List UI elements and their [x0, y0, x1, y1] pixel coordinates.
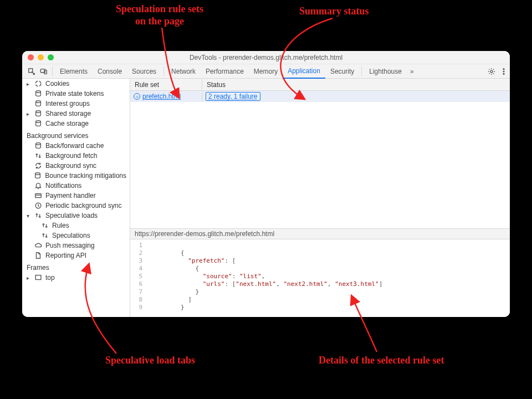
updown-icon: [34, 212, 42, 219]
database-icon: [34, 90, 42, 98]
sidebar-item-push[interactable]: Push messaging: [22, 241, 130, 250]
card-icon: [34, 192, 42, 200]
sidebar-item-bg-sync[interactable]: Background sync: [22, 161, 130, 171]
chevron-down-icon: ▾: [27, 213, 31, 219]
chevron-right-icon: ▸: [27, 81, 31, 87]
table-row[interactable]: ⌾ prefetch.html 2 ready, 1 failure: [130, 91, 510, 102]
tab-performance[interactable]: Performance: [201, 64, 249, 78]
sidebar-item-label: Payment handler: [45, 192, 96, 200]
svg-rect-14: [35, 194, 42, 198]
sidebar-item-label: Background fetch: [45, 152, 97, 160]
titlebar: DevTools - prerender-demos.glitch.me/pre…: [22, 51, 510, 64]
svg-point-4: [503, 68, 504, 69]
separator: [52, 66, 53, 76]
gear-icon[interactable]: [485, 64, 498, 78]
sidebar-item-label: Back/forward cache: [45, 142, 104, 150]
anno-top-left: Speculation rule setson the page: [88, 3, 232, 27]
sidebar-item-cache-storage[interactable]: Cache storage: [22, 119, 130, 129]
sidebar-item-label: Shared storage: [45, 110, 91, 117]
tab-console[interactable]: Console: [93, 64, 127, 78]
tab-elements[interactable]: Elements: [55, 64, 93, 78]
sidebar-item-private-state[interactable]: Private state tokens: [22, 89, 130, 99]
cookie-icon: [34, 80, 42, 88]
sidebar-item-shared-storage[interactable]: ▸ Shared storage: [22, 109, 130, 119]
svg-rect-2: [44, 70, 47, 74]
window-title: DevTools - prerender-demos.glitch.me/pre…: [22, 54, 510, 62]
sidebar-item-label: Cache storage: [45, 120, 89, 127]
tab-memory[interactable]: Memory: [249, 64, 283, 78]
cloud-icon: [34, 242, 42, 249]
sidebar-item-label: Speculative loads: [45, 212, 98, 219]
clock-icon: [34, 202, 42, 209]
code-source[interactable]: { "prefetch": [ { "source": "list", "url…: [146, 239, 510, 317]
chevron-right-icon: ▸: [27, 275, 31, 281]
sidebar: ▸ Cookies Private state tokens Interest …: [22, 79, 130, 317]
sidebar-item-label: Cookies: [45, 80, 69, 88]
ruleset-link[interactable]: prefetch.html: [142, 93, 181, 100]
ruleset-cell[interactable]: ⌾ prefetch.html: [130, 93, 202, 100]
updown-icon: [34, 152, 42, 160]
sidebar-item-reporting[interactable]: Reporting API: [22, 250, 130, 260]
svg-rect-16: [35, 275, 41, 280]
svg-point-13: [35, 173, 40, 175]
tabs-overflow[interactable]: »: [407, 64, 417, 78]
kebab-icon[interactable]: [498, 64, 510, 78]
rules-table-body: ⌾ prefetch.html 2 ready, 1 failure: [130, 91, 510, 102]
sidebar-item-label: Notifications: [45, 182, 81, 190]
sidebar-item-cookies[interactable]: ▸ Cookies: [22, 79, 130, 89]
bell-icon: [34, 182, 42, 190]
sidebar-item-label: Speculations: [52, 232, 90, 239]
sidebar-item-bg-fetch[interactable]: Background fetch: [22, 151, 130, 161]
tab-sources[interactable]: Sources: [127, 64, 161, 78]
url-bar: https://prerender-demos.glitch.me/prefet…: [130, 228, 510, 239]
database-icon: [34, 142, 42, 150]
sidebar-header-background: Background services: [22, 129, 130, 141]
sidebar-item-label: Private state tokens: [45, 90, 104, 98]
table-empty-area: [130, 102, 510, 228]
database-icon: [34, 120, 42, 127]
main-pane: Rule set Status ⌾ prefetch.html 2 ready,…: [130, 79, 510, 317]
sidebar-item-interest-groups[interactable]: Interest groups: [22, 99, 130, 109]
content: ▸ Cookies Private state tokens Interest …: [22, 79, 510, 317]
sidebar-item-top-frame[interactable]: ▸ top: [22, 273, 130, 283]
tab-application[interactable]: Application: [283, 64, 325, 79]
sidebar-item-periodic-sync[interactable]: Periodic background sync: [22, 201, 130, 211]
svg-point-6: [503, 73, 504, 74]
sidebar-item-label: Periodic background sync: [45, 202, 121, 209]
status-chip[interactable]: 2 ready, 1 failure: [206, 92, 260, 101]
inspect-icon[interactable]: [25, 64, 38, 78]
tab-lighthouse[interactable]: Lighthouse: [364, 64, 407, 78]
sidebar-item-speculative[interactable]: ▾ Speculative loads: [22, 211, 130, 221]
sidebar-item-bounce[interactable]: Bounce tracking mitigations: [22, 171, 130, 181]
sidebar-item-bfcache[interactable]: Back/forward cache: [22, 141, 130, 151]
anno-bottom-right: Details of the selected rule set: [319, 355, 444, 367]
database-icon: [34, 172, 42, 180]
code-gutter: 1 2 3 4 5 6 7 8 9: [130, 239, 146, 317]
sidebar-item-notifications[interactable]: Notifications: [22, 181, 130, 191]
svg-point-11: [36, 121, 41, 123]
sidebar-header-frames: Frames: [22, 260, 130, 273]
sidebar-item-label: Reporting API: [45, 252, 86, 259]
devtools-window: DevTools - prerender-demos.glitch.me/pre…: [22, 51, 510, 317]
tab-network[interactable]: Network: [166, 64, 201, 78]
status-cell: 2 ready, 1 failure: [202, 92, 510, 101]
sidebar-item-label: Interest groups: [45, 100, 90, 108]
sidebar-item-label: Rules: [52, 222, 69, 229]
sidebar-item-label: Background sync: [45, 162, 96, 170]
tabbar: Elements Console Sources Network Perform…: [22, 64, 510, 79]
svg-point-10: [36, 111, 41, 113]
col-header-ruleset[interactable]: Rule set: [130, 79, 202, 90]
sidebar-item-rules[interactable]: Rules: [22, 221, 130, 231]
separator: [361, 66, 362, 76]
tab-security[interactable]: Security: [325, 64, 359, 78]
sidebar-item-speculations[interactable]: Speculations: [22, 231, 130, 241]
sidebar-item-label: top: [45, 274, 55, 282]
code-area: 1 2 3 4 5 6 7 8 9 { "prefetch": [ { "sou…: [130, 239, 510, 317]
sidebar-item-payment[interactable]: Payment handler: [22, 191, 130, 201]
database-icon: [34, 100, 42, 108]
device-toggle-icon[interactable]: [38, 64, 50, 78]
sync-icon: [34, 162, 42, 170]
sidebar-item-label: Push messaging: [45, 242, 95, 249]
col-header-status[interactable]: Status: [202, 79, 510, 90]
anno-top-right: Summary status: [299, 6, 369, 18]
